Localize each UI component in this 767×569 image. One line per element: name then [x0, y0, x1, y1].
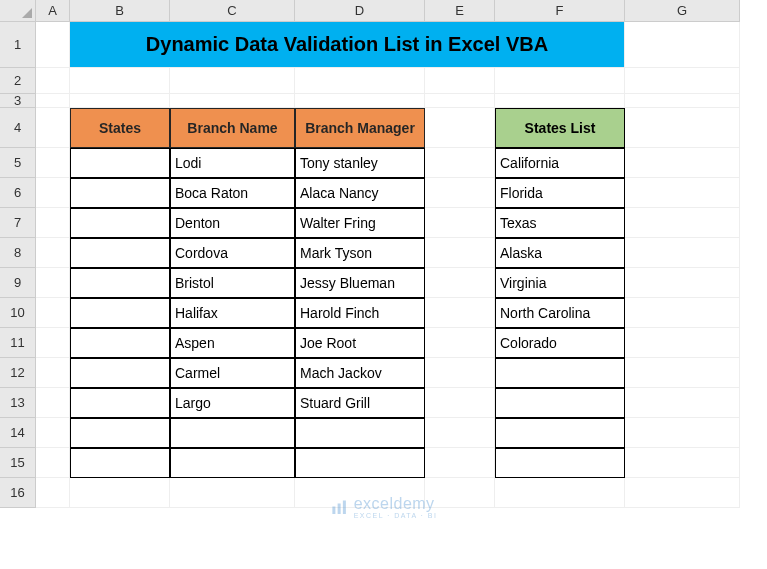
cell[interactable] — [36, 358, 70, 388]
select-all-corner[interactable] — [0, 0, 36, 22]
cell[interactable] — [36, 388, 70, 418]
cell[interactable] — [495, 478, 625, 508]
table1-cell[interactable] — [70, 358, 170, 388]
cell[interactable] — [425, 208, 495, 238]
page-title[interactable]: Dynamic Data Validation List in Excel VB… — [70, 22, 625, 68]
row-header-11[interactable]: 11 — [0, 328, 36, 358]
table2-cell[interactable]: Colorado — [495, 328, 625, 358]
table1-cell[interactable]: Walter Fring — [295, 208, 425, 238]
cell[interactable] — [36, 178, 70, 208]
cell[interactable] — [625, 94, 740, 108]
table1-cell[interactable]: Denton — [170, 208, 295, 238]
col-header-F[interactable]: F — [495, 0, 625, 22]
cell[interactable] — [625, 108, 740, 148]
table2-header[interactable]: States List — [495, 108, 625, 148]
cell[interactable] — [425, 94, 495, 108]
cell[interactable] — [70, 68, 170, 94]
cell[interactable] — [495, 68, 625, 94]
table1-cell[interactable] — [70, 418, 170, 448]
col-header-B[interactable]: B — [70, 0, 170, 22]
cell[interactable] — [36, 22, 70, 68]
table2-cell[interactable] — [495, 358, 625, 388]
cell[interactable] — [295, 94, 425, 108]
col-header-G[interactable]: G — [625, 0, 740, 22]
table2-cell[interactable] — [495, 418, 625, 448]
table1-cell[interactable]: Jessy Blueman — [295, 268, 425, 298]
cell[interactable] — [425, 328, 495, 358]
row-header-2[interactable]: 2 — [0, 68, 36, 94]
cell[interactable] — [625, 268, 740, 298]
table1-cell[interactable]: Bristol — [170, 268, 295, 298]
cell[interactable] — [625, 478, 740, 508]
row-header-13[interactable]: 13 — [0, 388, 36, 418]
table1-cell[interactable]: Tony stanley — [295, 148, 425, 178]
table1-cell[interactable]: Largo — [170, 388, 295, 418]
cell[interactable] — [425, 108, 495, 148]
cell[interactable] — [36, 148, 70, 178]
cell[interactable] — [36, 238, 70, 268]
row-header-9[interactable]: 9 — [0, 268, 36, 298]
row-header-7[interactable]: 7 — [0, 208, 36, 238]
cell[interactable] — [425, 448, 495, 478]
row-header-3[interactable]: 3 — [0, 94, 36, 108]
table2-cell[interactable]: North Carolina — [495, 298, 625, 328]
cell[interactable] — [170, 94, 295, 108]
table1-cell[interactable] — [70, 148, 170, 178]
cell[interactable] — [625, 238, 740, 268]
cell[interactable] — [625, 358, 740, 388]
row-header-15[interactable]: 15 — [0, 448, 36, 478]
cell[interactable] — [425, 358, 495, 388]
cell[interactable] — [36, 94, 70, 108]
cell[interactable] — [625, 388, 740, 418]
col-header-D[interactable]: D — [295, 0, 425, 22]
table2-cell[interactable]: Texas — [495, 208, 625, 238]
table2-cell[interactable]: Florida — [495, 178, 625, 208]
row-header-12[interactable]: 12 — [0, 358, 36, 388]
table1-cell[interactable]: Cordova — [170, 238, 295, 268]
cell[interactable] — [36, 108, 70, 148]
table1-cell[interactable]: Harold Finch — [295, 298, 425, 328]
table1-cell[interactable]: Mark Tyson — [295, 238, 425, 268]
table1-cell[interactable] — [70, 208, 170, 238]
table1-cell[interactable] — [70, 178, 170, 208]
row-header-16[interactable]: 16 — [0, 478, 36, 508]
row-header-10[interactable]: 10 — [0, 298, 36, 328]
table1-cell[interactable] — [70, 328, 170, 358]
cell[interactable] — [625, 22, 740, 68]
table1-cell[interactable] — [170, 418, 295, 448]
cell[interactable] — [625, 148, 740, 178]
table1-cell[interactable]: Carmel — [170, 358, 295, 388]
table1-header-states[interactable]: States — [70, 108, 170, 148]
row-header-4[interactable]: 4 — [0, 108, 36, 148]
cell[interactable] — [70, 478, 170, 508]
table2-cell[interactable]: Alaska — [495, 238, 625, 268]
cell[interactable] — [425, 418, 495, 448]
cell[interactable] — [625, 298, 740, 328]
table1-cell[interactable] — [295, 418, 425, 448]
cell[interactable] — [625, 328, 740, 358]
cell[interactable] — [425, 238, 495, 268]
table2-cell[interactable] — [495, 448, 625, 478]
table1-cell[interactable] — [70, 238, 170, 268]
cell[interactable] — [36, 328, 70, 358]
col-header-C[interactable]: C — [170, 0, 295, 22]
cell[interactable] — [425, 388, 495, 418]
cell[interactable] — [36, 448, 70, 478]
row-header-8[interactable]: 8 — [0, 238, 36, 268]
cell[interactable] — [425, 68, 495, 94]
cell[interactable] — [36, 298, 70, 328]
table1-cell[interactable] — [295, 448, 425, 478]
table1-cell[interactable]: Alaca Nancy — [295, 178, 425, 208]
cell[interactable] — [170, 478, 295, 508]
table1-cell[interactable]: Stuard Grill — [295, 388, 425, 418]
table1-header-manager[interactable]: Branch Manager — [295, 108, 425, 148]
row-header-6[interactable]: 6 — [0, 178, 36, 208]
cell[interactable] — [625, 68, 740, 94]
table2-cell[interactable] — [495, 388, 625, 418]
table2-cell[interactable]: Virginia — [495, 268, 625, 298]
cell[interactable] — [36, 268, 70, 298]
cell[interactable] — [425, 148, 495, 178]
table1-cell[interactable]: Mach Jackov — [295, 358, 425, 388]
cell[interactable] — [425, 178, 495, 208]
cell[interactable] — [295, 68, 425, 94]
